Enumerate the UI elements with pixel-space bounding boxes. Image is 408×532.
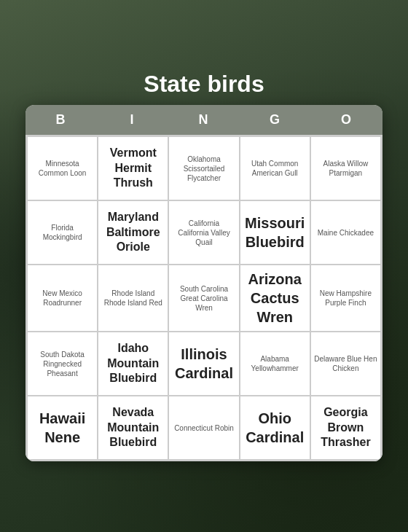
bingo-card: BINGO Minnesota Common LoonVermont Hermi…: [26, 105, 382, 461]
bingo-cell-16: Idaho Mountain Bluebird: [98, 332, 168, 396]
bingo-grid: Minnesota Common LoonVermont Hermit Thru…: [26, 135, 382, 461]
bingo-cell-2: Oklahoma Scissortailed Flycatcher: [168, 136, 239, 200]
bingo-cell-18: Alabama Yellowhammer: [240, 332, 310, 396]
bingo-cell-13: Arizona Cactus Wren: [240, 265, 310, 332]
bingo-cell-10: New Mexico Roadrunner: [27, 265, 98, 332]
card-container: State birds BINGO Minnesota Common LoonV…: [22, 71, 386, 461]
bingo-cell-21: Nevada Mountain Bluebird: [98, 396, 168, 460]
bingo-cell-1: Vermont Hermit Thrush: [98, 136, 168, 200]
bingo-cell-0: Minnesota Common Loon: [27, 136, 98, 200]
bingo-cell-24: Georgia Brown Thrasher: [310, 396, 381, 460]
bingo-cell-17: Illinois Cardinal: [168, 332, 239, 396]
bingo-cell-14: New Hampshire Purple Finch: [310, 265, 381, 332]
bingo-cell-9: Maine Chickadee: [310, 200, 381, 265]
bingo-cell-8: Missouri Bluebird: [240, 200, 310, 265]
page-title: State birds: [144, 71, 264, 98]
bingo-cell-3: Utah Common American Gull: [240, 136, 310, 200]
bingo-cell-22: Connecticut Robin: [168, 396, 239, 460]
header-letter-n: N: [168, 109, 240, 130]
bingo-cell-6: Maryland Baltimore Oriole: [98, 200, 168, 265]
bingo-cell-7: California California Valley Quail: [168, 200, 239, 265]
bingo-cell-12: South Carolina Great Carolina Wren: [168, 265, 239, 332]
bingo-header: BINGO: [26, 105, 382, 135]
bingo-cell-19: Delaware Blue Hen Chicken: [310, 332, 381, 396]
bingo-cell-23: Ohio Cardinal: [240, 396, 310, 460]
bingo-cell-5: Florida Mockingbird: [27, 200, 98, 265]
bingo-cell-11: Rhode Island Rhode Island Red: [98, 265, 168, 332]
header-letter-g: G: [240, 109, 311, 130]
bingo-cell-4: Alaska Willow Ptarmigan: [310, 136, 381, 200]
header-letter-o: O: [311, 109, 382, 130]
header-letter-b: B: [26, 109, 97, 130]
bingo-cell-20: Hawaii Nene: [27, 396, 98, 460]
bingo-cell-15: South Dakota Ringnecked Pheasant: [27, 332, 98, 396]
header-letter-i: I: [97, 109, 168, 130]
